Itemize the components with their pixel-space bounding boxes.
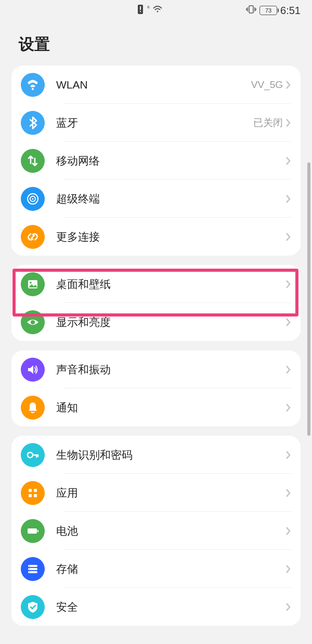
wifi-icon [21,73,45,97]
chevron-right-icon [285,488,291,498]
target-icon [21,187,45,211]
chevron-right-icon [285,602,291,612]
settings-row-apps[interactable]: 应用 [11,474,301,512]
row-label: 蓝牙 [56,116,253,130]
eye-icon [21,310,45,334]
settings-row-sound[interactable]: 声音和振动 [11,350,301,388]
chevron-right-icon [285,564,291,574]
settings-group: 桌面和壁纸显示和亮度 [11,265,301,341]
row-label: 安全 [56,600,285,614]
settings-row-storage[interactable]: 存储 [11,550,301,588]
wifi-status-icon: ⁶ [147,5,150,12]
link-icon [21,225,45,249]
settings-row-mobile[interactable]: 移动网络 [11,142,301,180]
image-icon [21,272,45,296]
shield-icon [21,595,45,619]
settings-row-terminal[interactable]: 超级终端 [11,180,301,218]
key-icon [21,443,45,467]
settings-row-wlan[interactable]: WLANVV_5G [11,66,301,104]
settings-group: 生物识别和密码应用电池存储安全 [11,436,301,626]
storage-icon [21,557,45,581]
status-bar: ⁶ 73 6:51 [0,0,312,21]
row-label: 超级终端 [56,192,285,206]
wifi-arc-icon [153,5,162,16]
settings-row-bluetooth[interactable]: 蓝牙已关闭 [11,104,301,142]
arrows-icon [21,149,45,173]
page-title: 设置 [0,21,312,66]
chevron-right-icon [285,118,291,128]
chevron-right-icon [285,232,291,242]
chevron-right-icon [285,364,291,375]
settings-group: 声音和振动通知 [11,350,301,426]
chevron-right-icon [285,279,291,289]
settings-row-more[interactable]: 更多连接 [11,218,301,256]
chevron-right-icon [285,402,291,413]
svg-rect-4 [249,6,253,13]
bell-icon [21,396,45,420]
chevron-right-icon [285,194,291,204]
chevron-right-icon [285,317,291,327]
settings-row-notify[interactable]: 通知 [11,388,301,426]
row-label: WLAN [56,79,251,91]
row-label: 通知 [56,400,285,415]
sound-icon [21,358,45,382]
row-label: 电池 [56,524,285,538]
row-label: 声音和振动 [56,362,285,377]
settings-group: WLANVV_5G蓝牙已关闭移动网络超级终端更多连接 [11,66,301,256]
sim-alert-icon [137,5,144,17]
row-label: 生物识别和密码 [56,448,285,462]
row-value: 已关闭 [253,116,283,130]
settings-row-wallpaper[interactable]: 桌面和壁纸 [11,265,301,303]
chevron-right-icon [285,450,291,460]
svg-point-3 [157,11,159,12]
vibrate-icon [246,5,256,16]
batt-icon [21,519,45,543]
svg-rect-2 [140,11,141,12]
row-label: 存储 [56,562,285,576]
chevron-right-icon [285,156,291,166]
grid-icon [21,481,45,505]
settings-row-biometric[interactable]: 生物识别和密码 [11,436,301,474]
clock: 6:51 [280,5,301,17]
bluetooth-icon [21,111,45,135]
row-label: 桌面和壁纸 [56,277,285,292]
chevron-right-icon [285,526,291,536]
battery-indicator: 73 [259,6,277,15]
settings-row-battery[interactable]: 电池 [11,512,301,550]
row-label: 显示和亮度 [56,315,285,330]
settings-row-security[interactable]: 安全 [11,588,301,626]
svg-rect-1 [140,6,141,10]
row-label: 更多连接 [56,230,285,244]
row-label: 应用 [56,486,285,500]
chevron-right-icon [285,80,291,90]
row-value: VV_5G [251,79,283,91]
row-label: 移动网络 [56,154,285,168]
settings-row-display[interactable]: 显示和亮度 [11,303,301,341]
scrollbar[interactable] [307,162,310,436]
